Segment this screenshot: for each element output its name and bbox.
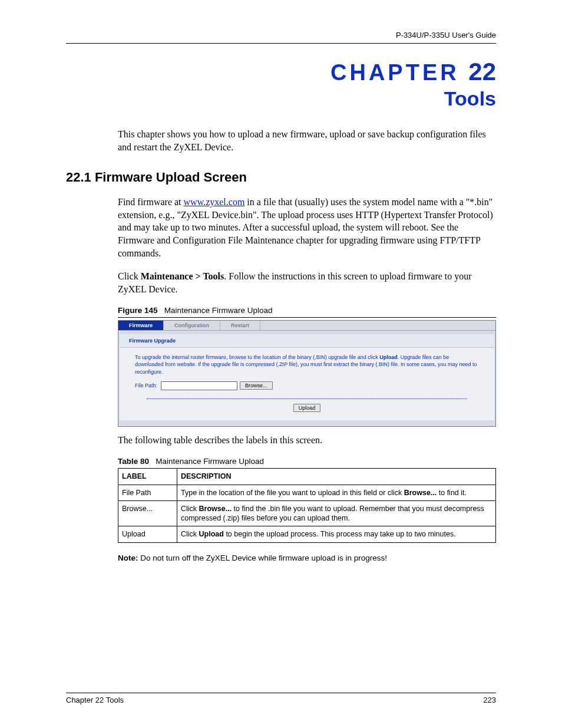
p2-pre: Click [118, 271, 141, 281]
cell-label: Browse... [118, 500, 177, 526]
table-row: File Path Type in the location of the fi… [118, 485, 496, 500]
panel-instruction-text: To upgrade the internal router firmware,… [135, 354, 479, 375]
description-table: LABEL DESCRIPTION File Path Type in the … [118, 468, 496, 542]
tab-configuration[interactable]: Configuration [164, 321, 220, 330]
note-text: Do not turn off the ZyXEL Device while f… [138, 554, 387, 562]
header-rule [66, 43, 496, 44]
cell-desc-post: to begin the upload process. This proces… [224, 530, 456, 538]
figure-caption-text: Maintenance Firmware Upload [164, 306, 273, 315]
chapter-intro: This chapter shows you how to upload a n… [118, 128, 496, 153]
chapter-title: Tools [66, 87, 496, 110]
cell-desc: Type in the location of the file you wan… [177, 485, 496, 500]
th-description: DESCRIPTION [177, 469, 496, 485]
footer-left: Chapter 22 Tools [66, 696, 124, 704]
table-caption: Table 80 Maintenance Firmware Upload [118, 457, 496, 466]
cell-desc-pre: Click [181, 530, 199, 538]
cell-desc-bold: Browse... [199, 505, 232, 513]
tab-firmware[interactable]: Firmware [118, 321, 164, 330]
file-path-label: File Path: [135, 383, 157, 388]
cell-desc-pre: Click [181, 505, 199, 513]
figure-caption: Figure 145 Maintenance Firmware Upload [118, 306, 496, 315]
section-p2: Click Maintenance > Tools. Follow the in… [118, 270, 496, 295]
firmware-upload-screenshot: Firmware Configuration Restart Firmware … [118, 320, 496, 426]
panel-text-bold: Upload [379, 354, 398, 360]
tabs-bar: Firmware Configuration Restart [118, 321, 495, 331]
footer-rule [66, 693, 496, 693]
section-heading: 22.1 Firmware Upload Screen [66, 170, 496, 185]
browse-button[interactable]: Browse... [240, 381, 273, 390]
cell-desc-post: to find it. [437, 489, 467, 497]
note-bold: Note: [118, 554, 138, 562]
dotted-separator [147, 398, 467, 399]
p2-bold: Maintenance > Tools [141, 271, 224, 281]
panel-text-pre: To upgrade the internal router firmware,… [135, 354, 379, 360]
after-figure-text: The following table describes the labels… [118, 434, 496, 447]
cell-desc: Click Upload to begin the upload process… [177, 526, 496, 542]
cell-label: File Path [118, 485, 177, 500]
chapter-label-text: CHAPTER [330, 60, 459, 85]
note-line: Note: Do not turn off the ZyXEL Device w… [118, 554, 496, 562]
table-row: Browse... Click Browse... to find the .b… [118, 500, 496, 526]
chapter-label: CHAPTER 22 [66, 58, 496, 86]
table-row: Upload Click Upload to begin the upload … [118, 526, 496, 542]
cell-desc-pre: Type in the location of the file you wan… [181, 489, 404, 497]
p1-pre: Find firmware at [118, 197, 184, 207]
figure-rule [118, 317, 496, 318]
footer-page-number: 223 [483, 696, 496, 704]
cell-desc-bold: Upload [199, 530, 224, 538]
figure-label: Figure 145 [118, 306, 158, 315]
cell-label: Upload [118, 526, 177, 542]
th-label: LABEL [118, 469, 177, 485]
zyxel-link[interactable]: www.zyxel.com [184, 197, 245, 207]
page-header-doc-title: P-334U/P-335U User's Guide [66, 31, 496, 39]
cell-desc-bold: Browse... [404, 489, 437, 497]
tab-restart[interactable]: Restart [220, 321, 260, 330]
table-caption-text: Maintenance Firmware Upload [156, 457, 264, 466]
chapter-number: 22 [468, 58, 496, 85]
file-path-input[interactable] [161, 381, 237, 390]
section-p1: Find firmware at www.zyxel.com in a file… [118, 196, 496, 259]
cell-desc: Click Browse... to find the .bin file yo… [177, 500, 496, 526]
table-label: Table 80 [118, 457, 149, 466]
upload-button[interactable]: Upload [293, 404, 321, 412]
file-path-row: File Path: Browse... [135, 381, 479, 390]
panel-title: Firmware Upgrade [120, 334, 494, 348]
page-footer: Chapter 22 Tools 223 [66, 693, 496, 704]
